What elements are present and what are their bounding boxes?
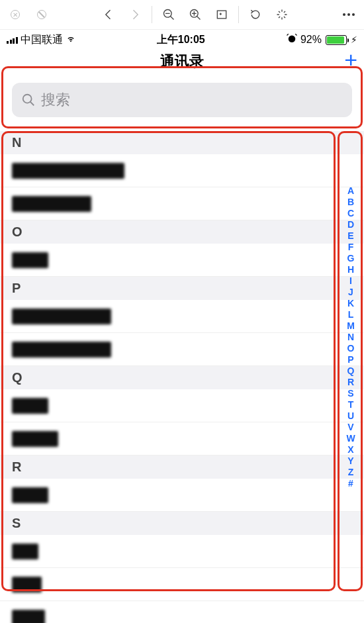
section-header: O: [0, 220, 364, 244]
contact-row[interactable]: [0, 187, 364, 220]
index-letter[interactable]: #: [348, 478, 353, 489]
svg-point-4: [23, 95, 32, 103]
search-container: 搜索: [0, 73, 364, 126]
contact-name-redacted: [12, 196, 91, 212]
index-letter[interactable]: V: [347, 422, 353, 432]
contact-name-redacted: [12, 487, 48, 503]
index-letter[interactable]: O: [347, 343, 355, 354]
contact-row[interactable]: [0, 333, 364, 366]
search-icon: [21, 93, 36, 107]
zoom-out-button[interactable]: [159, 5, 179, 24]
index-letter[interactable]: J: [348, 287, 353, 297]
battery-icon: [326, 35, 347, 45]
contact-name-redacted: [12, 252, 48, 268]
index-letter[interactable]: Q: [347, 365, 355, 376]
index-letter[interactable]: B: [347, 197, 354, 207]
block-icon[interactable]: [32, 5, 52, 24]
add-contact-button[interactable]: +: [344, 47, 357, 73]
nav-bar: 通讯录 +: [0, 50, 364, 73]
contact-name-redacted: [12, 577, 42, 593]
section-header: Q: [0, 366, 364, 389]
section-header: S: [0, 512, 364, 535]
forward-button[interactable]: [125, 5, 145, 24]
rotate-button[interactable]: [246, 5, 265, 24]
alpha-index[interactable]: ABCDEFGHIJKLMNOPQRSTUVWXYZ#: [341, 185, 360, 489]
zoom-in-button[interactable]: [185, 5, 205, 24]
index-letter[interactable]: X: [347, 444, 353, 455]
contact-name-redacted: [12, 431, 58, 447]
index-letter[interactable]: C: [347, 208, 354, 218]
status-bar: 中国联通 上午10:05 92% ⚡︎: [0, 30, 364, 50]
index-letter[interactable]: I: [349, 275, 352, 286]
page-title: 通讯录: [160, 52, 204, 72]
contact-row[interactable]: [0, 535, 364, 568]
alarm-icon: [286, 32, 298, 47]
battery-pct: 92%: [300, 34, 322, 46]
contact-name-redacted: [12, 163, 124, 179]
contact-row[interactable]: [0, 300, 364, 333]
contact-name-redacted: [12, 398, 48, 414]
index-letter[interactable]: D: [347, 219, 354, 230]
back-button[interactable]: [99, 5, 118, 24]
aspect-ratio-button[interactable]: [212, 5, 232, 24]
index-letter[interactable]: W: [346, 433, 355, 444]
charging-icon: ⚡︎: [351, 34, 357, 45]
contact-row[interactable]: [0, 154, 364, 187]
index-letter[interactable]: S: [347, 388, 353, 399]
index-letter[interactable]: M: [347, 320, 355, 331]
section-header: P: [0, 277, 364, 300]
index-letter[interactable]: U: [347, 410, 354, 421]
contact-row[interactable]: [0, 479, 364, 512]
index-letter[interactable]: H: [347, 264, 354, 275]
index-letter[interactable]: Z: [348, 467, 354, 477]
contact-row[interactable]: [0, 389, 364, 422]
close-icon[interactable]: ✕: [5, 5, 25, 24]
section-header: R: [0, 455, 364, 479]
magic-wand-button[interactable]: [272, 5, 292, 24]
index-letter[interactable]: E: [347, 230, 353, 241]
index-letter[interactable]: P: [347, 354, 353, 365]
section-header: N: [0, 131, 364, 154]
contacts-list[interactable]: NOPQRS: [0, 131, 364, 623]
signal-icon: [7, 36, 18, 44]
search-input[interactable]: 搜索: [12, 83, 352, 117]
clock-label: 上午10:05: [76, 33, 286, 47]
index-letter[interactable]: A: [347, 185, 354, 196]
contact-row[interactable]: [0, 601, 364, 623]
svg-rect-2: [217, 11, 226, 19]
search-placeholder: 搜索: [41, 90, 70, 110]
wifi-icon: [66, 33, 76, 46]
index-letter[interactable]: G: [347, 253, 355, 264]
carrier-label: 中国联通: [21, 33, 63, 47]
index-letter[interactable]: R: [347, 377, 354, 387]
index-letter[interactable]: F: [348, 242, 354, 252]
divider: [238, 6, 239, 23]
index-letter[interactable]: N: [347, 332, 354, 342]
contact-row[interactable]: [0, 244, 364, 277]
divider: [152, 6, 152, 23]
index-letter[interactable]: T: [348, 399, 354, 410]
contact-row[interactable]: [0, 568, 364, 601]
index-letter[interactable]: Y: [347, 455, 353, 466]
viewer-toolbar: ✕: [0, 0, 364, 30]
contact-name-redacted: [12, 309, 111, 324]
index-letter[interactable]: K: [347, 298, 354, 309]
index-letter[interactable]: L: [348, 309, 354, 320]
contact-name-redacted: [12, 544, 38, 559]
more-button[interactable]: [339, 5, 359, 24]
contact-row[interactable]: [0, 422, 364, 455]
contact-name-redacted: [12, 342, 111, 358]
